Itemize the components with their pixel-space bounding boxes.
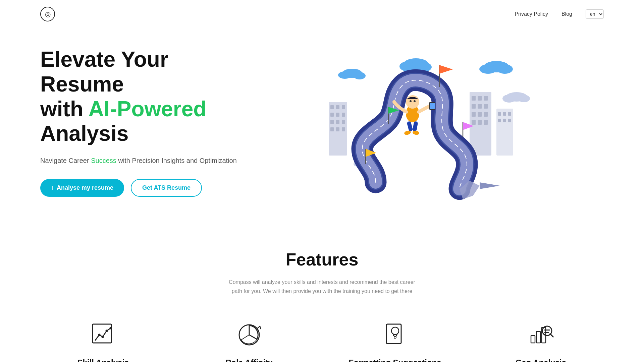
hero-section: Elevate Your Resume with AI-Powered Anal… [0, 28, 644, 223]
svg-rect-14 [472, 96, 476, 101]
svg-point-70 [101, 336, 104, 338]
feature-card-formatting: Formatting Suggestions Get recommendatio… [332, 320, 458, 362]
hero-subtitle-plain2: with Precision Insights and Optimization [116, 157, 237, 164]
ats-button-label: Get ATS Resume [142, 184, 191, 191]
hero-subtitle-plain1: Navigate Career [40, 157, 91, 164]
hero-subtitle-accent: Success [91, 157, 116, 164]
feature-title-role-affinity: Role Affinity [225, 358, 272, 362]
svg-point-65 [412, 130, 420, 135]
svg-rect-24 [478, 120, 482, 125]
feature-title-skill-analysis: Skill Analysis [77, 358, 129, 362]
hero-title-line3: Analysis [40, 121, 128, 145]
analyse-resume-button[interactable]: ↑ Analyse my resume [40, 179, 124, 197]
svg-rect-4 [330, 113, 334, 117]
svg-rect-17 [472, 104, 476, 109]
svg-rect-12 [342, 127, 345, 131]
svg-point-40 [479, 64, 497, 74]
svg-marker-49 [480, 182, 500, 189]
feature-card-skill-analysis: Skill Analysis Get a detailed analysis o… [40, 320, 166, 362]
hero-svg [309, 42, 537, 202]
svg-rect-8 [336, 120, 339, 124]
formatting-suggestions-icon [380, 320, 410, 350]
skill-analysis-icon [88, 320, 118, 350]
svg-rect-67 [430, 103, 435, 109]
upload-icon: ↑ [51, 184, 54, 191]
feature-card-gap-analysis: Gap Analysis See how well your skills ma… [478, 320, 604, 362]
svg-point-61 [414, 100, 416, 102]
features-section: Features Compass will analyze your skill… [0, 223, 644, 362]
features-subtitle: Compass will analyze your skills and int… [225, 278, 419, 296]
svg-rect-22 [484, 112, 488, 117]
svg-rect-3 [342, 105, 345, 109]
svg-rect-6 [342, 113, 345, 117]
hero-title-line1: Elevate Your Resume [40, 47, 168, 96]
nav-links: Privacy Policy Blog en fr es [515, 9, 604, 19]
logo[interactable]: ◎ [40, 7, 55, 21]
svg-point-69 [98, 334, 100, 336]
svg-point-38 [354, 72, 366, 79]
svg-rect-7 [330, 120, 334, 124]
svg-line-84 [550, 334, 553, 337]
hero-title-accent: AI-Powered [88, 97, 206, 121]
feature-card-role-affinity: Role Affinity See how well your skills m… [186, 320, 312, 362]
svg-point-44 [518, 95, 530, 102]
hero-illustration [241, 42, 604, 202]
svg-rect-20 [472, 112, 476, 117]
svg-rect-1 [330, 105, 334, 109]
svg-point-76 [391, 327, 399, 335]
features-grid: Skill Analysis Get a detailed analysis o… [40, 320, 604, 362]
hero-title: Elevate Your Resume with AI-Powered Anal… [40, 47, 241, 146]
svg-rect-15 [478, 96, 482, 101]
svg-rect-28 [503, 112, 506, 116]
hero-text: Elevate Your Resume with AI-Powered Anal… [40, 47, 241, 196]
svg-point-60 [410, 100, 412, 102]
svg-rect-80 [531, 336, 535, 343]
svg-rect-2 [336, 105, 339, 109]
get-ats-resume-button[interactable]: Get ATS Resume [131, 179, 202, 197]
svg-rect-16 [484, 96, 488, 101]
features-title: Features [40, 249, 604, 269]
analyse-resume-label: Analyse my resume [57, 184, 113, 191]
language-select[interactable]: en fr es [586, 9, 604, 19]
svg-rect-21 [478, 112, 482, 117]
svg-point-71 [105, 330, 108, 332]
svg-point-72 [109, 327, 112, 329]
svg-rect-25 [484, 120, 488, 125]
role-affinity-icon [234, 320, 264, 350]
hero-buttons: ↑ Analyse my resume Get ATS Resume [40, 179, 241, 197]
svg-point-41 [497, 64, 513, 74]
svg-rect-29 [508, 112, 511, 116]
svg-rect-5 [336, 113, 339, 117]
svg-rect-30 [498, 119, 501, 122]
feature-title-gap-analysis: Gap Analysis [516, 358, 566, 362]
svg-marker-51 [439, 65, 453, 74]
svg-rect-63 [412, 121, 418, 132]
svg-rect-19 [484, 104, 488, 109]
svg-rect-81 [536, 331, 540, 343]
svg-rect-18 [478, 104, 482, 109]
hero-subtitle: Navigate Career Success with Precision I… [40, 156, 241, 166]
svg-rect-27 [498, 112, 501, 116]
gap-analysis-icon [526, 320, 556, 350]
navbar: ◎ Privacy Policy Blog en fr es [0, 0, 644, 28]
logo-icon: ◎ [45, 10, 51, 18]
svg-point-37 [338, 71, 352, 79]
svg-point-43 [502, 95, 516, 103]
svg-rect-11 [336, 127, 339, 131]
svg-rect-23 [472, 120, 476, 125]
svg-rect-32 [508, 119, 511, 122]
svg-rect-62 [407, 121, 413, 132]
svg-rect-9 [342, 120, 345, 124]
feature-title-formatting: Formatting Suggestions [349, 358, 441, 362]
nav-privacy-policy[interactable]: Privacy Policy [515, 11, 548, 17]
svg-rect-31 [503, 119, 506, 122]
hero-title-line2-plain: with [40, 97, 88, 121]
svg-rect-10 [330, 127, 334, 131]
nav-blog[interactable]: Blog [561, 11, 572, 17]
